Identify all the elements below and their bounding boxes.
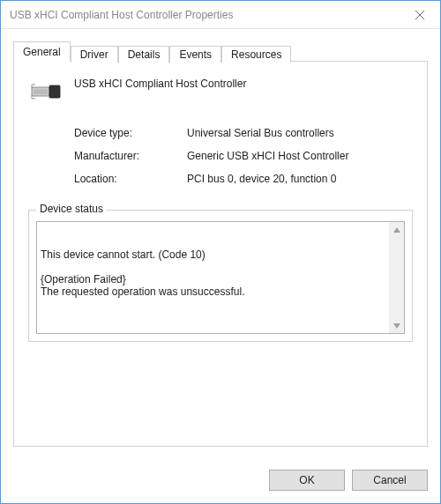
tab-general[interactable]: General	[13, 41, 71, 62]
tab-details[interactable]: Details	[118, 46, 170, 63]
titlebar[interactable]: USB xHCI Compliant Host Controller Prope…	[1, 1, 440, 29]
location-value: PCI bus 0, device 20, function 0	[187, 173, 413, 185]
tab-label: Details	[128, 48, 161, 61]
manufacturer-value: Generic USB xHCI Host Controller	[187, 150, 413, 162]
device-type-value: Universal Serial Bus controllers	[187, 127, 413, 139]
svg-rect-2	[34, 89, 48, 94]
svg-rect-1	[49, 85, 60, 98]
device-status-legend: Device status	[36, 203, 107, 215]
cancel-button[interactable]: Cancel	[352, 470, 428, 491]
ok-button[interactable]: OK	[269, 470, 345, 491]
tab-label: Driver	[80, 48, 108, 61]
device-status-text: This device cannot start. (Code 10) {Ope…	[41, 248, 400, 298]
tab-panel-general: USB xHCI Compliant Host Controller Devic…	[13, 61, 428, 447]
tab-label: Events	[179, 48, 212, 61]
scrollbar[interactable]	[389, 222, 404, 333]
device-type-label: Device type:	[74, 127, 180, 139]
scroll-down-icon[interactable]	[389, 318, 404, 333]
close-icon	[415, 11, 424, 19]
tab-label: General	[23, 46, 61, 58]
button-label: OK	[299, 474, 314, 486]
device-info-grid: Device type: Universal Serial Bus contro…	[74, 127, 413, 185]
dialog-content: General Driver Details Events Resources …	[1, 29, 440, 447]
manufacturer-label: Manufacturer:	[74, 150, 180, 162]
device-status-textbox[interactable]: This device cannot start. (Code 10) {Ope…	[36, 221, 405, 334]
window-title: USB xHCI Compliant Host Controller Prope…	[10, 9, 400, 21]
device-status-group: Device status This device cannot start. …	[28, 210, 413, 342]
close-button[interactable]	[400, 1, 440, 28]
tab-strip: General Driver Details Events Resources	[13, 41, 428, 61]
tab-resources[interactable]: Resources	[221, 46, 291, 63]
usb-connector-icon	[30, 76, 62, 107]
device-header: USB xHCI Compliant Host Controller	[28, 74, 413, 107]
button-label: Cancel	[373, 474, 406, 486]
tab-events[interactable]: Events	[169, 46, 221, 63]
tab-label: Resources	[231, 48, 281, 61]
scroll-up-icon[interactable]	[389, 222, 404, 237]
location-label: Location:	[74, 173, 180, 185]
dialog-button-row: OK Cancel	[269, 470, 428, 491]
properties-dialog: USB xHCI Compliant Host Controller Prope…	[0, 0, 441, 504]
tab-driver[interactable]: Driver	[71, 46, 118, 63]
device-name: USB xHCI Compliant Host Controller	[74, 74, 246, 90]
